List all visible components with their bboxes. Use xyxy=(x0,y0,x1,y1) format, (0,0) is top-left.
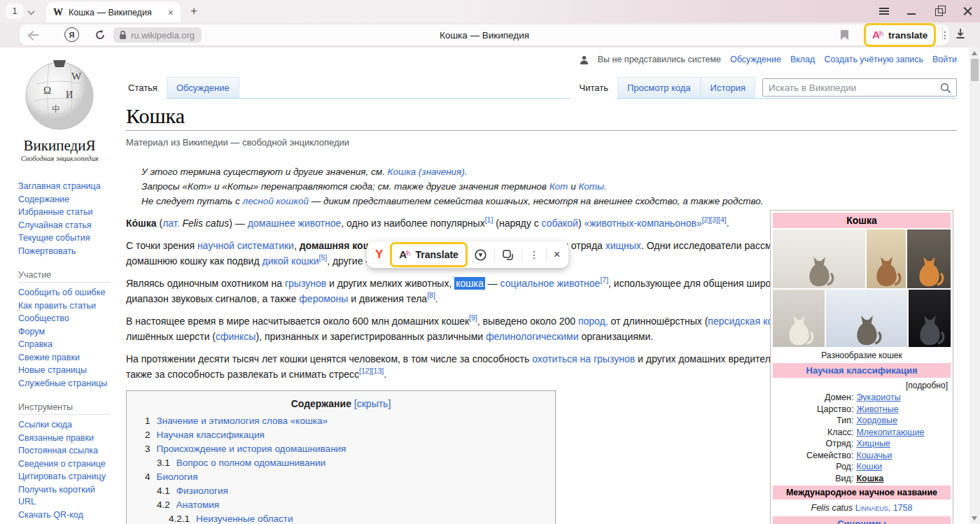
cat-photo[interactable] xyxy=(826,290,907,347)
search-icon[interactable] xyxy=(940,83,951,94)
bookmark-icon[interactable] xyxy=(840,29,849,41)
sidebar-link[interactable]: Справка xyxy=(18,339,115,351)
taxonomy-row: Домен: Эукариоты xyxy=(773,392,951,404)
sidebar-link[interactable]: Ссылки сюда xyxy=(18,419,115,432)
synonyms-heading[interactable]: Синонимы xyxy=(773,516,951,524)
sidebar-link[interactable]: Цитировать страницу xyxy=(18,471,115,483)
taxonomy-value-link[interactable]: Млекопитающие xyxy=(856,427,924,439)
taxonomy-row: Род: Кошки xyxy=(773,461,951,473)
search-input[interactable] xyxy=(763,79,956,96)
user-icon xyxy=(580,55,589,64)
sidebar-link[interactable]: Новые страницы xyxy=(18,364,115,377)
toc-item[interactable]: 4.2Анатомия xyxy=(136,498,545,512)
back-icon[interactable] xyxy=(28,29,41,41)
svg-text:中: 中 xyxy=(52,104,60,114)
sidebar-link[interactable]: Заглавная страница xyxy=(18,180,115,193)
sidebar-link[interactable]: Сведения о странице xyxy=(18,458,115,471)
sidebar-link[interactable]: Скачать QR-код xyxy=(18,509,115,522)
scrollbar-thumb[interactable] xyxy=(971,59,979,81)
alice-assistant-icon[interactable] xyxy=(475,248,487,261)
popup-divider xyxy=(494,248,495,261)
toc-item[interactable]: 2Научная классификация xyxy=(136,428,545,442)
cat-photo[interactable] xyxy=(773,229,865,288)
yandex-logo-icon[interactable]: Y xyxy=(375,248,383,262)
wiki-tab[interactable]: Статья xyxy=(119,78,167,99)
popup-translate-button[interactable]: Aあ Translate xyxy=(390,242,468,267)
sidebar-link[interactable]: Текущие события xyxy=(18,232,115,245)
toc-item[interactable]: 4.2.1Неизученные области xyxy=(136,512,545,524)
taxonomy-row: Отряд: Хищные xyxy=(773,438,951,450)
sidebar-link[interactable]: Избранные статьи xyxy=(18,206,115,219)
taxonomy-value-link[interactable]: Хищные xyxy=(856,438,890,450)
taxonomy-value-link[interactable]: Кошка xyxy=(856,473,883,485)
reload-icon[interactable] xyxy=(94,29,106,41)
article-subtitle: Материал из Википедии — свободной энцикл… xyxy=(126,137,957,148)
taxonomy-value-link[interactable]: Кошачьи xyxy=(856,450,892,462)
tab-close-icon[interactable]: × xyxy=(168,8,174,17)
sidebar-link[interactable]: Как править статьи xyxy=(18,300,115,313)
toc-item[interactable]: 4.1Физиология xyxy=(136,484,545,498)
copy-icon[interactable] xyxy=(502,248,514,261)
toc-item[interactable]: 3.1Вопрос о полном одомашнивании xyxy=(136,456,545,470)
personal-link[interactable]: Создать учётную запись xyxy=(824,55,923,64)
cat-photo[interactable] xyxy=(907,229,951,288)
personal-link[interactable]: Обсуждение xyxy=(730,55,781,64)
cat-photo[interactable] xyxy=(773,290,825,347)
wiki-tab[interactable]: Просмотр кода xyxy=(617,77,701,98)
wikipedia-page: W Ω И 中 ВикипедиЯ Свободная энциклопедия… xyxy=(0,48,980,524)
wiki-tab[interactable]: Обсуждение xyxy=(167,77,239,98)
restore-icon[interactable] xyxy=(935,6,945,16)
sidebar-link[interactable]: Получить короткий URL xyxy=(18,484,115,509)
sidebar-link[interactable]: Сообщество xyxy=(18,313,115,325)
classification-heading[interactable]: Научная классификация xyxy=(773,363,951,378)
download-icon[interactable] xyxy=(955,28,966,39)
toc-hide-link[interactable]: [скрыть] xyxy=(354,398,391,409)
page-scrollbar[interactable] xyxy=(969,48,980,524)
popup-more-icon[interactable]: ⋮ xyxy=(529,249,539,260)
close-window-icon[interactable] xyxy=(963,6,973,16)
yandex-icon[interactable]: Я xyxy=(64,27,79,42)
personal-link[interactable]: Вклад xyxy=(790,55,816,64)
new-tab-button[interactable]: + xyxy=(188,5,200,17)
lock-icon xyxy=(119,30,127,40)
sidebar-nav-tools: Инструменты Ссылки сюдаСвязанные правкиП… xyxy=(0,402,119,524)
popup-divider xyxy=(522,248,522,261)
svg-text:W: W xyxy=(71,71,82,82)
browser-tab[interactable]: W Кошка — Википедия × xyxy=(46,2,181,22)
tab-counter-button[interactable]: 1 xyxy=(6,3,24,19)
toc-item[interactable]: 1Значение и этимология слова «кошка» xyxy=(136,414,545,428)
taxonomy-value-link[interactable]: Кошки xyxy=(856,461,882,473)
taxonomy-row: Вид: Кошка xyxy=(773,473,951,485)
sidebar-link[interactable]: Пожертвовать xyxy=(18,246,115,258)
scroll-down-icon[interactable] xyxy=(972,516,977,521)
toc-item[interactable]: 4Биология xyxy=(136,470,545,484)
cat-photo[interactable] xyxy=(867,229,906,288)
domain-chip[interactable]: ru.wikipedia.org xyxy=(113,27,202,43)
scroll-up-icon[interactable] xyxy=(972,51,977,55)
details-link[interactable]: [подробно] xyxy=(773,378,951,392)
sidebar-link[interactable]: Свежие правки xyxy=(18,352,115,364)
tab-list-chevron-icon[interactable] xyxy=(28,8,35,15)
sidebar-link[interactable]: Форум xyxy=(18,326,115,339)
sidebar-link[interactable]: Случайная статья xyxy=(18,220,115,232)
sidebar-link[interactable]: Сообщить об ошибке xyxy=(18,287,115,299)
menu-icon[interactable] xyxy=(879,6,889,16)
wiki-tab[interactable]: Читать xyxy=(570,78,617,99)
taxonomy-value-link[interactable]: Животные xyxy=(856,404,898,416)
taxonomy-value-link[interactable]: Хордовые xyxy=(856,415,897,427)
toolbar-translate-button[interactable]: Aあ translate xyxy=(864,23,936,47)
wikipedia-logo[interactable]: W Ω И 中 ВикипедиЯ Свободная энциклопедия xyxy=(0,57,119,162)
wiki-tab[interactable]: История xyxy=(701,77,755,98)
sidebar-link[interactable]: Постоянная ссылка xyxy=(18,445,115,458)
minimize-icon[interactable] xyxy=(907,6,917,16)
toc-item[interactable]: 3Происхождение и история одомашнивания xyxy=(136,442,545,456)
sidebar-link[interactable]: Связанные правки xyxy=(18,432,115,445)
cat-photo[interactable] xyxy=(909,290,951,347)
sidebar-link[interactable]: Содержание xyxy=(18,194,115,206)
popup-close-icon[interactable]: × xyxy=(554,248,560,261)
wiki-search-box[interactable] xyxy=(762,78,957,97)
address-bar[interactable]: Я ru.wikipedia.org Кошка — Википедия Aあ … xyxy=(20,24,949,45)
taxonomy-value-link[interactable]: Эукариоты xyxy=(856,392,900,404)
sidebar-link[interactable]: Служебные страницы xyxy=(18,378,115,390)
personal-link[interactable]: Войти xyxy=(932,55,957,64)
